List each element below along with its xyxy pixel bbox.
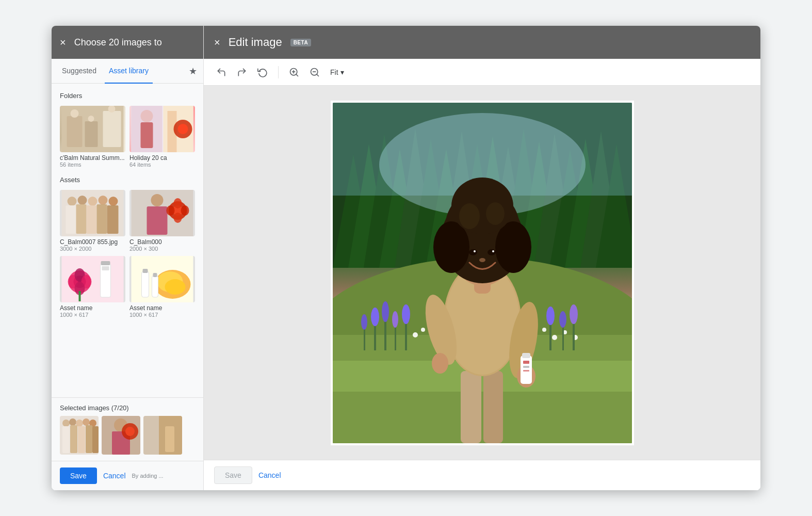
svg-point-156	[488, 249, 496, 255]
svg-point-56	[69, 418, 76, 426]
svg-rect-5	[103, 111, 121, 147]
asset-dims-2: 1000 × 617	[60, 312, 125, 318]
left-footer: Save Cancel By adding ...	[52, 461, 203, 490]
svg-point-119	[542, 328, 546, 332]
selected-thumb-2[interactable]	[143, 416, 182, 455]
svg-point-116	[421, 328, 425, 332]
right-footer: Save Cancel	[204, 460, 760, 490]
selected-grid	[60, 416, 195, 455]
svg-point-14	[178, 124, 188, 134]
tab-suggested[interactable]: Suggested	[58, 59, 101, 84]
svg-point-19	[99, 196, 108, 205]
toolbar: Fit ▾	[204, 59, 760, 86]
svg-point-129	[559, 311, 566, 328]
svg-rect-1	[67, 116, 83, 147]
svg-rect-44	[102, 266, 109, 270]
folders-section-title: Folders	[60, 92, 195, 100]
dropdown-icon: ▾	[340, 68, 344, 76]
svg-point-114	[361, 314, 367, 330]
fit-label: Fit	[330, 68, 338, 76]
svg-rect-25	[107, 205, 119, 234]
toolbar-divider	[278, 66, 279, 78]
zoom-in-button[interactable]	[285, 63, 303, 82]
svg-point-33	[181, 205, 189, 216]
svg-point-18	[88, 197, 98, 206]
svg-rect-141	[521, 356, 532, 384]
modal-container: × Choose 20 images to Suggested Asset li…	[52, 26, 760, 490]
svg-point-153	[459, 203, 480, 229]
svg-rect-11	[141, 122, 153, 148]
asset-dims-3: 1000 × 617	[129, 312, 195, 318]
folder-image-balm	[60, 106, 125, 152]
svg-point-127	[546, 307, 555, 325]
tabs-bar: Suggested Asset library ★	[52, 59, 203, 84]
svg-rect-21	[66, 205, 76, 234]
folders-grid: c'Balm Natural Summ... 56 items	[60, 106, 195, 168]
svg-rect-142	[522, 353, 530, 358]
svg-point-131	[570, 304, 578, 324]
left-cancel-button[interactable]: Cancel	[103, 472, 126, 480]
asset-item-1[interactable]: C_Balm000 2000 × 300	[129, 190, 195, 252]
selected-section: Selected images (7/20)	[52, 397, 203, 461]
folder-item-balm[interactable]: c'Balm Natural Summ... 56 items	[60, 106, 125, 168]
reset-button[interactable]	[253, 63, 272, 82]
svg-point-110	[392, 311, 398, 328]
svg-point-20	[109, 197, 118, 206]
svg-point-4	[88, 116, 94, 122]
svg-rect-63	[86, 425, 92, 453]
svg-point-150	[433, 221, 469, 273]
svg-point-160	[432, 353, 448, 374]
asset-name-3: Asset name	[129, 304, 195, 312]
right-panel: × Edit image BETA	[204, 26, 760, 490]
svg-rect-143	[523, 361, 529, 364]
zoom-out-button[interactable]	[305, 63, 324, 82]
svg-rect-22	[76, 204, 87, 234]
svg-rect-42	[79, 291, 81, 301]
beta-badge: BETA	[290, 39, 311, 46]
right-cancel-button[interactable]: Cancel	[258, 471, 281, 479]
selected-thumb-0[interactable]	[60, 416, 99, 455]
folder-name-balm: c'Balm Natural Summ...	[60, 154, 125, 162]
right-save-button[interactable]: Save	[214, 466, 252, 484]
asset-item-0[interactable]: C_Balm0007 855.jpg 3000 × 2000	[60, 190, 125, 252]
tab-asset-library[interactable]: Asset library	[105, 59, 153, 84]
svg-point-152	[451, 178, 513, 234]
right-close-button[interactable]: ×	[214, 37, 220, 49]
svg-rect-133	[333, 392, 632, 443]
asset-item-2[interactable]: Asset name 1000 × 617	[60, 256, 125, 318]
undo-button[interactable]	[212, 63, 231, 82]
svg-point-49	[165, 279, 186, 295]
asset-name-1: C_Balm000	[129, 238, 195, 246]
folder-count-balm: 56 items	[60, 162, 125, 168]
svg-point-34	[174, 213, 182, 223]
asset-item-3[interactable]: Asset name 1000 × 617	[129, 256, 195, 318]
svg-line-74	[296, 74, 298, 76]
folder-count-holiday: 64 items	[129, 162, 195, 168]
asset-thumb-2	[60, 256, 125, 302]
asset-dims-0: 3000 × 2000	[60, 246, 125, 252]
svg-point-55	[62, 420, 70, 427]
redo-button[interactable]	[233, 63, 251, 82]
folder-item-holiday[interactable]: Holiday 20 ca 64 items	[129, 106, 195, 168]
svg-rect-23	[87, 205, 97, 234]
svg-rect-62	[78, 426, 85, 453]
svg-point-108	[382, 301, 389, 322]
left-close-button[interactable]: ×	[60, 37, 66, 49]
svg-rect-24	[97, 204, 107, 234]
selected-thumb-1[interactable]	[102, 416, 140, 455]
folder-name-holiday: Holiday 20 ca	[129, 154, 195, 162]
fit-dropdown[interactable]: Fit ▾	[326, 66, 348, 78]
asset-thumb-0	[60, 190, 125, 236]
svg-point-151	[495, 221, 531, 273]
svg-point-10	[141, 110, 153, 122]
svg-rect-72	[165, 426, 174, 452]
left-save-button[interactable]: Save	[60, 467, 97, 484]
svg-rect-144	[523, 366, 529, 368]
svg-point-17	[78, 196, 87, 205]
svg-rect-135	[483, 371, 503, 443]
svg-rect-61	[70, 425, 77, 453]
svg-rect-145	[523, 370, 529, 372]
main-image	[333, 103, 632, 443]
star-icon[interactable]: ★	[189, 66, 197, 77]
left-panel: × Choose 20 images to Suggested Asset li…	[52, 26, 204, 490]
